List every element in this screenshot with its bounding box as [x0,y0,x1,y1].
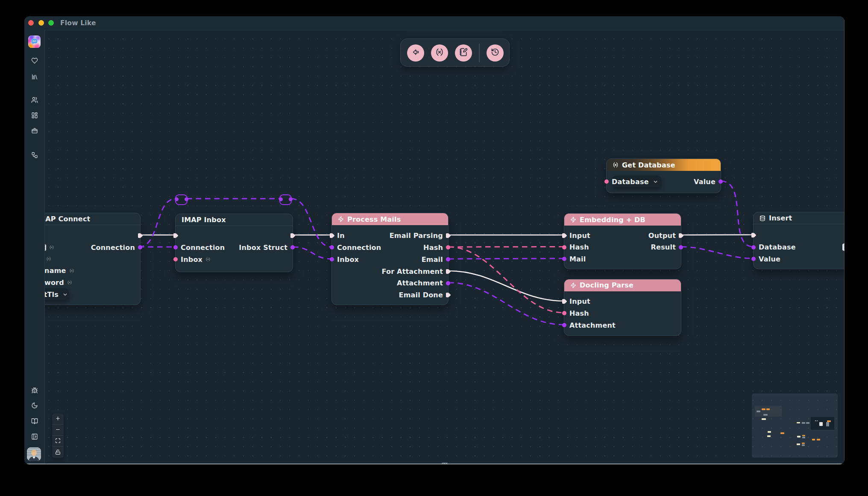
data-wire[interactable] [721,181,753,247]
data-pin[interactable] [446,245,450,249]
data-pin[interactable] [330,257,334,261]
flow-canvas[interactable]: IMAP ConnectConnectionPortUsernamePasswo… [44,30,845,464]
pin-label: Output [648,232,676,240]
data-pin[interactable] [330,245,334,249]
node-docling-parse[interactable]: Docling ParseInputHashAttachment [564,279,681,336]
exec-pin[interactable] [562,299,567,304]
chevron-down-icon [62,292,68,297]
sidebar-item-favorites[interactable] [24,57,44,64]
node-header[interactable]: Docling Parse [564,279,681,291]
pin-label: Email Parsing [390,232,443,240]
sidebar-item-theme[interactable] [24,402,44,409]
data-pin[interactable] [290,245,295,249]
zoom-out-button[interactable] [52,425,64,436]
close-button[interactable] [28,20,34,26]
drag-grip-icon[interactable] [44,244,46,251]
pin-label: Mail [569,255,586,263]
exec-pin[interactable] [446,233,451,238]
data-pin[interactable] [604,179,609,184]
data-pin[interactable] [446,281,450,285]
node-header[interactable]: Process Mails [332,213,448,225]
exec-pin[interactable] [446,292,451,298]
data-wire[interactable] [449,247,564,247]
app-logo-icon[interactable] [28,35,41,48]
data-wire[interactable] [449,283,564,325]
data-wire[interactable] [139,199,176,247]
data-wire[interactable] [293,247,331,259]
exec-wire[interactable] [449,271,564,301]
node-row: Hash [569,242,589,252]
data-pin[interactable] [562,257,566,261]
minimize-button[interactable] [38,20,44,26]
data-pin[interactable] [138,245,142,249]
lock-button[interactable] [52,447,64,458]
minimap[interactable] [752,393,838,458]
exec-pin[interactable] [329,233,335,238]
exec-pin[interactable] [173,233,179,238]
node-imap-inbox[interactable]: IMAP InboxConnectionInbox StructInbox [175,214,293,272]
pin-label: Database [612,178,649,186]
toolbar-history-button[interactable] [487,44,504,62]
exec-pin[interactable] [562,233,567,238]
toolbar-logs-button[interactable] [455,44,472,62]
reroute-node[interactable] [175,194,188,205]
sidebar-item-workflows[interactable] [24,152,44,158]
sidebar-item-debug[interactable] [24,387,44,394]
pin-label: Email Done [399,291,443,299]
sidebar-item-teams[interactable] [24,97,44,103]
data-wire[interactable] [291,199,331,247]
data-pin[interactable] [173,257,178,261]
data-pin[interactable] [751,257,756,261]
layout-dashboard-icon [31,112,38,119]
data-pin[interactable] [562,245,566,249]
data-pin[interactable] [446,257,450,261]
data-wire[interactable] [681,247,753,259]
data-pin[interactable] [679,245,683,249]
fit-view-button[interactable] [52,436,64,447]
exec-wire[interactable] [681,235,753,235]
node-embedding-db[interactable]: Embedding + DBInputHashMailOutputResult [564,213,681,269]
exec-pin[interactable] [446,269,451,274]
minimap-viewport[interactable] [811,417,834,430]
data-wire[interactable] [449,247,564,313]
node-row: Username [44,266,74,276]
node-header[interactable]: Get Database [607,159,721,171]
zoom-button[interactable] [48,20,54,26]
reroute-in-pin[interactable] [279,197,283,201]
reroute-node[interactable] [279,194,292,205]
node-row: Email Done [399,290,443,300]
toolbar-run-step-back-button[interactable] [407,44,424,62]
node-get-database[interactable]: Get DatabaseDatabaseValue [606,158,721,193]
node-header[interactable]: Embedding + DB [564,214,681,226]
data-pin[interactable] [718,179,723,184]
node-title: Docling Parse [580,281,633,289]
data-pin[interactable] [562,311,566,315]
data-pin[interactable] [173,245,178,249]
node-header[interactable]: IMAP Connect [44,213,140,225]
pin-label: Result [651,243,676,251]
exec-pin[interactable] [678,233,684,238]
sidebar-item-dashboard[interactable] [24,112,44,119]
sidebar-item-library[interactable] [24,73,44,80]
data-pin[interactable] [751,245,756,249]
toolbar-variables-button[interactable] [431,44,448,62]
sidebar-item-toggle-panel[interactable] [24,433,44,440]
reroute-in-pin[interactable] [175,197,179,201]
exec-pin[interactable] [138,233,143,238]
node-header[interactable]: IMAP Inbox [176,214,293,226]
reroute-out-pin[interactable] [185,197,188,201]
user-avatar[interactable] [27,447,41,461]
node-row: Database [759,242,796,252]
node-imap-connect[interactable]: IMAP ConnectConnectionPortUsernamePasswo… [44,213,141,305]
sidebar-item-store[interactable] [24,127,44,134]
sidebar-item-docs[interactable] [24,418,44,425]
data-wire[interactable] [449,258,564,259]
data-pin[interactable] [562,323,566,327]
node-insert[interactable]: InsertDatabaseValue [753,212,845,269]
zoom-in-button[interactable] [52,414,64,425]
node-process-mails[interactable]: Process MailsInConnectionInboxEmail Pars… [331,213,449,305]
reroute-out-pin[interactable] [289,197,293,201]
node-header[interactable]: Insert [754,212,845,224]
exec-pin[interactable] [751,232,757,238]
exec-pin[interactable] [290,233,296,238]
